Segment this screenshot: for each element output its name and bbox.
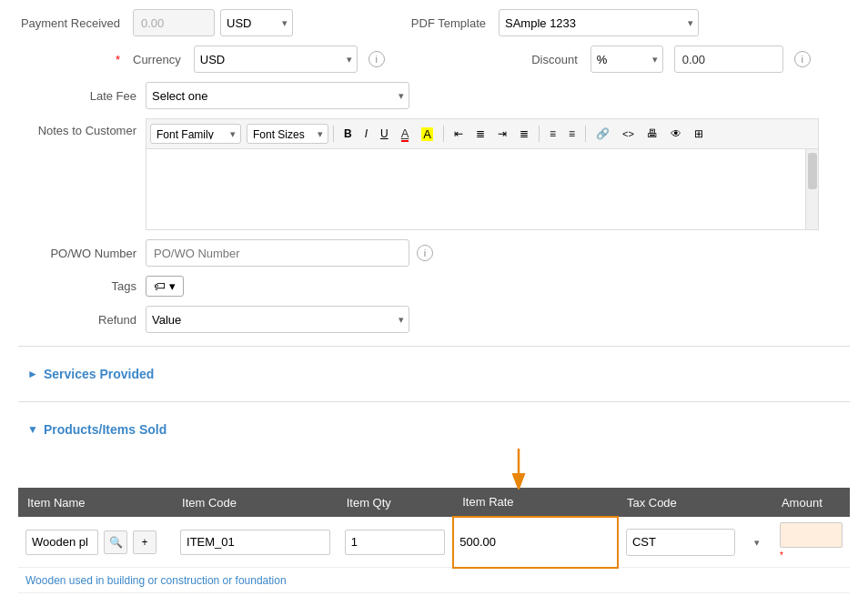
font-sizes-select[interactable]: Font Sizes	[247, 124, 328, 144]
italic-button[interactable]: I	[359, 123, 373, 145]
tags-button[interactable]: 🏷 ▾	[146, 276, 184, 297]
required-marker: *	[18, 53, 127, 66]
amount-required-marker: *	[780, 551, 783, 561]
table-button[interactable]: ⊞	[689, 123, 709, 145]
underline-button[interactable]: U	[375, 123, 394, 145]
services-chevron-icon: ►	[27, 368, 38, 380]
col-header-amount: Amount	[772, 488, 850, 517]
notes-editor[interactable]	[146, 148, 806, 230]
currency-info-icon[interactable]: i	[368, 51, 385, 67]
arrow-indicator	[500, 444, 555, 490]
align-left-button[interactable]: ⇤	[449, 123, 469, 145]
col-header-qty: Item Qty	[338, 488, 454, 517]
pdf-template-label: PDF Template	[384, 16, 493, 30]
print-button[interactable]: 🖶	[641, 123, 663, 145]
item-code-input[interactable]	[180, 530, 330, 555]
toolbar-sep-2	[443, 126, 444, 142]
po-wo-info-icon[interactable]: i	[417, 245, 433, 261]
item-amount-cell: *	[772, 517, 850, 568]
currency-select[interactable]: USD	[194, 45, 358, 73]
item-qty-cell	[338, 517, 454, 568]
item-tax-select[interactable]: CST	[626, 529, 735, 556]
bold-button[interactable]: B	[338, 123, 358, 145]
payment-currency-select[interactable]: USD	[220, 9, 293, 36]
code-button[interactable]: <>	[617, 123, 640, 145]
tags-label: Tags	[18, 279, 146, 293]
editor-toolbar: Font Family Font Sizes B I U A A ⇤ ≣ ⇥	[146, 118, 819, 148]
link-button[interactable]: 🔗	[590, 123, 615, 145]
divider-1	[18, 346, 850, 347]
po-wo-input[interactable]	[146, 239, 409, 267]
po-wo-label: PO/WO Number	[18, 247, 146, 260]
item-rate-cell	[453, 517, 618, 568]
items-table: Item Name Item Code Item Qty Item Rate T…	[18, 488, 850, 593]
services-section-header[interactable]: ► Services Provided	[18, 359, 850, 389]
item-search-button[interactable]: 🔍	[104, 530, 127, 554]
discount-value-input[interactable]	[674, 45, 783, 73]
refund-select[interactable]: Value	[146, 306, 409, 333]
item-rate-input[interactable]	[454, 530, 617, 554]
products-chevron-icon: ▼	[27, 423, 38, 436]
editor-scrollbar	[806, 148, 819, 230]
notes-label: Notes to Customer	[18, 118, 146, 137]
discount-label: Discount	[476, 53, 585, 66]
item-tax-cell: CST	[618, 517, 772, 568]
item-code-cell	[173, 517, 338, 568]
font-color-button[interactable]: A	[396, 123, 415, 145]
font-family-select[interactable]: Font Family	[150, 124, 241, 144]
services-section-title: Services Provided	[44, 367, 154, 381]
toolbar-sep-4	[585, 126, 586, 142]
table-row: 🔍 + CST	[18, 517, 850, 568]
col-header-code: Item Code	[173, 488, 338, 517]
toolbar-sep-1	[333, 126, 334, 142]
tag-chevron: ▾	[169, 279, 176, 293]
list-ol-button[interactable]: ≡	[563, 123, 580, 145]
payment-received-input[interactable]	[133, 9, 215, 36]
late-fee-select[interactable]: Select one	[146, 82, 409, 109]
item-amount-input[interactable]	[780, 522, 843, 548]
item-name-input[interactable]	[25, 530, 98, 555]
item-description-cell: Wooden used in building or construction …	[18, 568, 850, 593]
col-header-rate: Item Rate	[453, 488, 618, 517]
tag-icon: 🏷	[154, 279, 166, 293]
late-fee-label: Late Fee	[18, 89, 146, 103]
align-right-button[interactable]: ⇥	[492, 123, 512, 145]
item-qty-input[interactable]	[345, 530, 446, 555]
pdf-template-select[interactable]: SAmple 1233	[499, 9, 699, 36]
refund-label: Refund	[18, 313, 146, 327]
currency-label: Currency	[133, 53, 188, 66]
payment-received-label: Payment Received	[18, 16, 127, 30]
item-add-button[interactable]: +	[133, 530, 156, 554]
col-header-name: Item Name	[18, 488, 173, 517]
item-name-cell: 🔍 +	[18, 517, 173, 568]
col-header-tax: Tax Code	[618, 488, 772, 517]
preview-button[interactable]: 👁	[665, 123, 687, 145]
discount-type-select[interactable]: %	[590, 45, 663, 73]
item-description-row: Wooden used in building or construction …	[18, 568, 850, 593]
align-center-button[interactable]: ≣	[470, 123, 490, 145]
discount-info-icon[interactable]: i	[794, 51, 811, 67]
divider-2	[18, 401, 850, 402]
products-section-title: Products/Items Sold	[44, 422, 167, 437]
products-section-header[interactable]: ▼ Products/Items Sold	[18, 415, 850, 444]
justify-button[interactable]: ≣	[514, 123, 534, 145]
list-ul-button[interactable]: ≡	[544, 123, 561, 145]
toolbar-sep-3	[539, 126, 540, 142]
highlight-button[interactable]: A	[416, 123, 439, 145]
